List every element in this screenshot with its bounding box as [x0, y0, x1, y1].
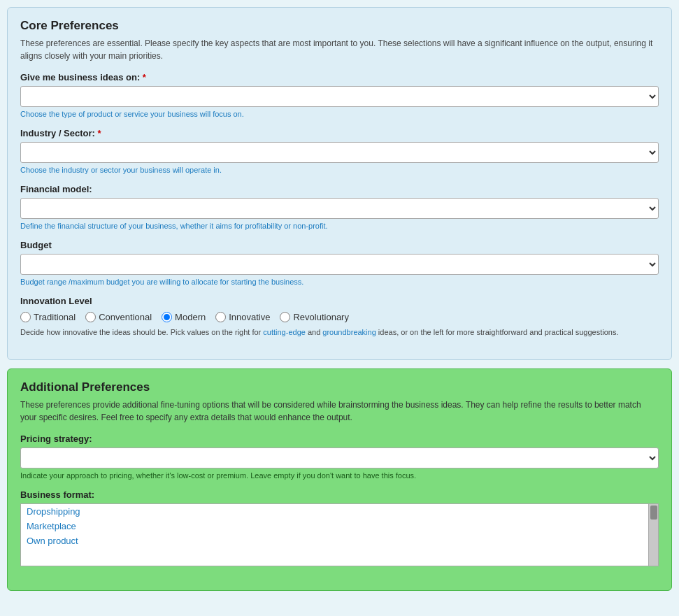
radio-revolutionary[interactable]: [280, 312, 290, 322]
scrollbar-thumb[interactable]: [650, 506, 657, 520]
radio-modern[interactable]: [162, 312, 172, 322]
listbox-item-dropshipping[interactable]: Dropshipping: [21, 504, 648, 519]
business-format-listbox[interactable]: Dropshipping Marketplace Own product: [21, 504, 648, 566]
innovation-radio-row: Traditional Conventional Modern Innovati…: [20, 312, 659, 322]
industry-label: Industry / Sector: *: [20, 128, 659, 138]
additional-title: Additional Preferences: [20, 380, 659, 394]
radio-conventional[interactable]: [85, 312, 96, 322]
pricing-strategy-group: Pricing strategy: Indicate your approach…: [20, 434, 659, 480]
financial-model-group: Financial model: Define the financial st…: [20, 184, 659, 230]
innovation-innovative[interactable]: Innovative: [215, 312, 270, 322]
scrollbar-track: [648, 504, 658, 566]
pricing-strategy-hint: Indicate your approach to pricing, wheth…: [20, 471, 659, 480]
business-type-hint: Choose the type of product or service yo…: [20, 110, 659, 118]
financial-model-select[interactable]: [20, 198, 659, 219]
innovation-revolutionary[interactable]: Revolutionary: [280, 312, 349, 322]
innovation-traditional[interactable]: Traditional: [20, 312, 76, 322]
pricing-strategy-select[interactable]: [20, 447, 659, 468]
radio-traditional[interactable]: [20, 312, 31, 322]
innovation-hint: Decide how innovative the ideas should b…: [20, 327, 659, 338]
industry-hint: Choose the industry or sector your busin…: [20, 166, 659, 174]
innovation-label: Innovation Level: [20, 296, 659, 306]
business-type-label: Give me business ideas on: *: [20, 72, 659, 83]
business-type-select[interactable]: [20, 86, 659, 107]
business-format-label: Business format:: [20, 489, 659, 500]
core-description: These preferences are essential. Please …: [20, 37, 659, 62]
budget-hint: Budget range /maximum budget you are wil…: [20, 278, 659, 286]
listbox-item-own-product[interactable]: Own product: [21, 533, 648, 548]
industry-group: Industry / Sector: * Choose the industry…: [20, 128, 659, 174]
industry-select[interactable]: [20, 142, 659, 163]
innovation-modern[interactable]: Modern: [162, 312, 206, 322]
innovation-conventional[interactable]: Conventional: [85, 312, 152, 322]
additional-description: These preferences provide additional fin…: [20, 399, 659, 424]
financial-model-label: Financial model:: [20, 184, 659, 194]
innovation-level-group: Innovation Level Traditional Conventiona…: [20, 296, 659, 338]
financial-model-hint: Define the financial structure of your b…: [20, 222, 659, 230]
radio-innovative[interactable]: [215, 312, 226, 322]
listbox-item-marketplace[interactable]: Marketplace: [21, 519, 648, 533]
page-wrapper: Core Preferences These preferences are e…: [0, 0, 679, 598]
business-format-listbox-wrapper: Dropshipping Marketplace Own product: [20, 503, 659, 566]
core-preferences-section: Core Preferences These preferences are e…: [7, 7, 672, 360]
budget-label: Budget: [20, 240, 659, 250]
core-title: Core Preferences: [20, 19, 659, 33]
additional-preferences-section: Additional Preferences These preferences…: [7, 368, 672, 591]
pricing-strategy-label: Pricing strategy:: [20, 434, 659, 444]
budget-group: Budget Budget range /maximum budget you …: [20, 240, 659, 286]
budget-select[interactable]: [20, 254, 659, 275]
business-format-group: Business format: Dropshipping Marketplac…: [20, 489, 659, 566]
business-type-group: Give me business ideas on: * Choose the …: [20, 72, 659, 118]
